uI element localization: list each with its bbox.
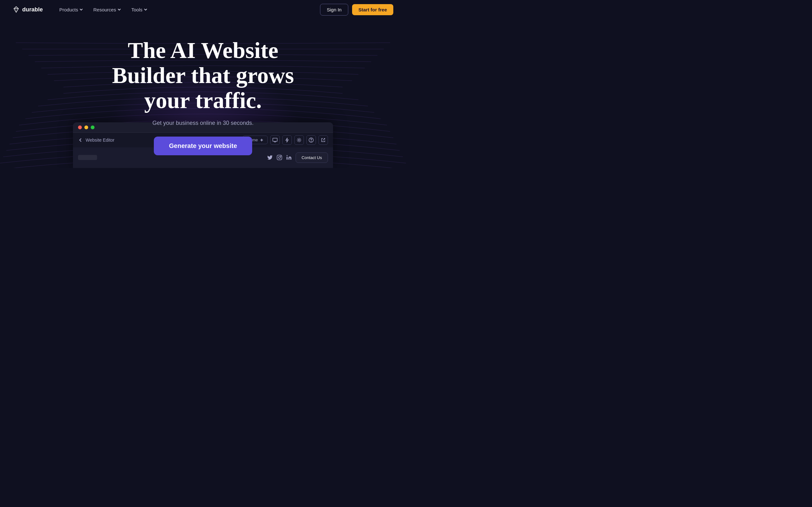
nav-tools-label: Tools	[131, 7, 142, 12]
external-link-icon	[321, 138, 325, 142]
chevron-down-icon-tools	[144, 8, 148, 11]
hero-section: The AI Website Builder that grows your t…	[0, 19, 406, 168]
svg-point-11	[281, 156, 281, 157]
hero-subtitle: Get your business online in 30 seconds.	[92, 120, 314, 126]
nav-item-tools[interactable]: Tools	[128, 4, 151, 15]
hero-title: The AI Website Builder that grows your t…	[92, 38, 314, 113]
nav-item-resources[interactable]: Resources	[90, 4, 125, 15]
logo-text: durable	[22, 6, 43, 13]
svg-line-8	[323, 138, 325, 140]
hero-content: The AI Website Builder that grows your t…	[92, 38, 314, 155]
nav-items: Products Resources Tools	[55, 4, 151, 15]
window-minimize-dot	[84, 125, 88, 129]
window-close-dot	[78, 125, 82, 129]
svg-rect-9	[277, 155, 282, 160]
nav-products-label: Products	[59, 7, 78, 12]
svg-point-12	[287, 155, 287, 156]
instagram-icon[interactable]	[276, 155, 282, 160]
editor-placeholder	[78, 155, 97, 160]
navbar: durable Products Resources Tools	[0, 0, 406, 19]
durable-logo-icon	[13, 6, 20, 13]
sign-in-button[interactable]: Sign In	[320, 4, 348, 15]
start-free-button[interactable]: Start for free	[352, 4, 393, 15]
linkedin-icon[interactable]	[286, 155, 292, 160]
navbar-left: durable Products Resources Tools	[13, 4, 151, 15]
chevron-down-icon-resources	[117, 8, 121, 11]
generate-website-button[interactable]: Generate your website	[154, 136, 252, 155]
chevron-down-icon	[79, 8, 83, 11]
logo[interactable]: durable	[13, 6, 43, 13]
nav-item-products[interactable]: Products	[55, 4, 87, 15]
social-icons	[267, 155, 292, 160]
navbar-right: Sign In Start for free	[320, 4, 393, 15]
back-arrow-icon[interactable]	[78, 137, 83, 143]
twitter-icon[interactable]	[267, 155, 273, 160]
svg-point-10	[278, 157, 281, 158]
nav-resources-label: Resources	[93, 7, 116, 12]
external-link-button[interactable]	[318, 135, 328, 145]
